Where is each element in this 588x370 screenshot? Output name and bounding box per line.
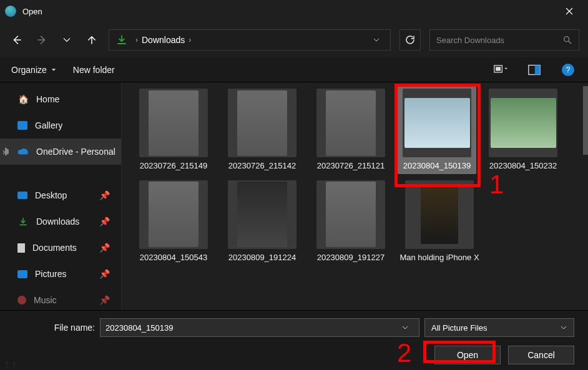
file-name: 20230726_215142: [222, 161, 303, 172]
filetype-value: All Picture Files: [431, 323, 560, 333]
file-name: 20230804_150543: [133, 253, 214, 263]
chevron-down-icon[interactable]: [401, 324, 414, 331]
search-input[interactable]: [436, 36, 562, 45]
sidebar-item-label: Documents: [32, 243, 77, 253]
pictures-icon: [17, 270, 27, 278]
pin-icon: 📌: [99, 243, 110, 253]
file-item[interactable]: 20230804_150543: [134, 180, 213, 263]
search-icon: [562, 35, 572, 45]
svg-rect-2: [496, 67, 501, 71]
window-title: Open: [22, 7, 42, 16]
filename-combo[interactable]: 20230804_150139: [100, 318, 419, 337]
pin-icon: 📌: [99, 295, 110, 305]
file-name: 20230804_150139: [396, 161, 478, 172]
file-list[interactable]: 20230726_215149 20230726_215142 20230726…: [122, 82, 588, 310]
organize-button[interactable]: Organize: [11, 65, 57, 75]
cancel-button[interactable]: Cancel: [508, 346, 574, 364]
file-item[interactable]: 20230809_191224: [223, 180, 301, 263]
pin-icon: 📌: [99, 217, 110, 226]
sidebar: 🏠 Home Gallery › OneDrive - Personal Des…: [0, 82, 122, 310]
chevron-right-icon: ›: [135, 36, 138, 44]
file-name: 20230809_191224: [222, 253, 303, 263]
sidebar-item-downloads[interactable]: Downloads 📌: [0, 208, 121, 235]
up-button[interactable]: [84, 32, 100, 48]
new-folder-label: New folder: [73, 65, 115, 75]
open-button[interactable]: Open: [434, 346, 501, 364]
pin-icon: 📌: [99, 190, 110, 200]
file-name: Man holding iPhone X: [399, 253, 480, 263]
file-item[interactable]: Man holding iPhone X: [400, 180, 479, 263]
scrollbar-thumb[interactable]: [583, 86, 588, 155]
address-bar[interactable]: › Downloads ›: [109, 29, 391, 51]
filename-label: File name:: [45, 323, 95, 333]
file-item[interactable]: 20230726_215121: [311, 89, 390, 172]
organize-label: Organize: [11, 65, 47, 75]
close-button[interactable]: [556, 0, 583, 22]
file-name: 20230809_191227: [310, 253, 391, 263]
svg-point-0: [564, 37, 569, 42]
chevron-down-icon: [560, 324, 567, 331]
toolbar: Organize New folder ?: [0, 57, 588, 82]
app-icon: [5, 6, 16, 17]
address-dropdown[interactable]: [369, 32, 384, 47]
cancel-label: Cancel: [527, 350, 555, 360]
refresh-button[interactable]: [399, 29, 421, 51]
file-item[interactable]: 20230726_215142: [223, 89, 301, 172]
chevron-right-icon: ›: [2, 147, 6, 157]
downloads-icon: [17, 216, 29, 227]
music-icon: [17, 296, 26, 304]
documents-icon: [17, 243, 25, 253]
svg-rect-4: [535, 65, 540, 74]
file-item[interactable]: 20230809_191227: [311, 180, 390, 263]
annotation-number-2: 2: [397, 338, 411, 368]
home-icon: 🏠: [17, 94, 29, 105]
chevron-right-icon: ›: [189, 36, 191, 44]
recent-locations-button[interactable]: [59, 32, 75, 48]
sidebar-item-label: Home: [36, 94, 59, 104]
resize-grip-icon: ⋮⋮: [4, 361, 19, 368]
help-button[interactable]: ?: [559, 61, 577, 79]
footer: File name: 20230804_150139 All Picture F…: [0, 310, 588, 370]
onedrive-icon: [17, 146, 29, 157]
annotation-number-1: 1: [489, 170, 504, 200]
sidebar-item-gallery[interactable]: Gallery: [0, 112, 121, 139]
titlebar: Open: [0, 0, 588, 22]
chevron-down-icon: [51, 67, 57, 73]
sidebar-item-label: Gallery: [35, 120, 62, 130]
sidebar-item-label: Pictures: [35, 269, 67, 279]
dialog-body: 🏠 Home Gallery › OneDrive - Personal Des…: [0, 82, 588, 310]
file-name: 20230726_215149: [133, 161, 214, 172]
pin-icon: 📌: [99, 269, 110, 279]
gallery-icon: [17, 121, 27, 130]
downloads-folder-icon: [115, 34, 128, 46]
sidebar-item-desktop[interactable]: Desktop 📌: [0, 182, 121, 208]
open-label: Open: [457, 350, 478, 360]
desktop-icon: [17, 192, 27, 199]
sidebar-item-label: OneDrive - Personal: [36, 147, 115, 157]
file-item[interactable]: 20230726_215149: [134, 89, 213, 172]
sidebar-item-documents[interactable]: Documents 📌: [0, 235, 121, 261]
nav-row: › Downloads ›: [0, 22, 588, 57]
file-item-selected[interactable]: 20230804_150139: [398, 86, 476, 174]
view-options-button[interactable]: [492, 61, 509, 79]
open-file-dialog: Open › Downloads ›: [0, 0, 588, 370]
sidebar-item-music[interactable]: Music 📌: [0, 287, 121, 310]
breadcrumb-item[interactable]: Downloads: [142, 35, 185, 45]
sidebar-item-onedrive[interactable]: › OneDrive - Personal: [0, 139, 121, 165]
sidebar-item-pictures[interactable]: Pictures 📌: [0, 261, 121, 287]
file-name: 20230726_215121: [310, 161, 391, 172]
new-folder-button[interactable]: New folder: [73, 65, 115, 75]
sidebar-item-label: Desktop: [35, 190, 67, 200]
search-box[interactable]: [429, 29, 579, 51]
preview-pane-button[interactable]: [526, 61, 543, 79]
back-button[interactable]: [9, 32, 25, 48]
sidebar-item-label: Downloads: [36, 217, 79, 226]
file-item[interactable]: 20230804_150232: [484, 89, 562, 172]
forward-button[interactable]: [34, 32, 50, 48]
filetype-combo[interactable]: All Picture Files: [424, 318, 574, 337]
sidebar-item-label: Music: [34, 295, 57, 305]
sidebar-item-home[interactable]: 🏠 Home: [0, 86, 121, 112]
filename-value: 20230804_150139: [105, 323, 401, 333]
